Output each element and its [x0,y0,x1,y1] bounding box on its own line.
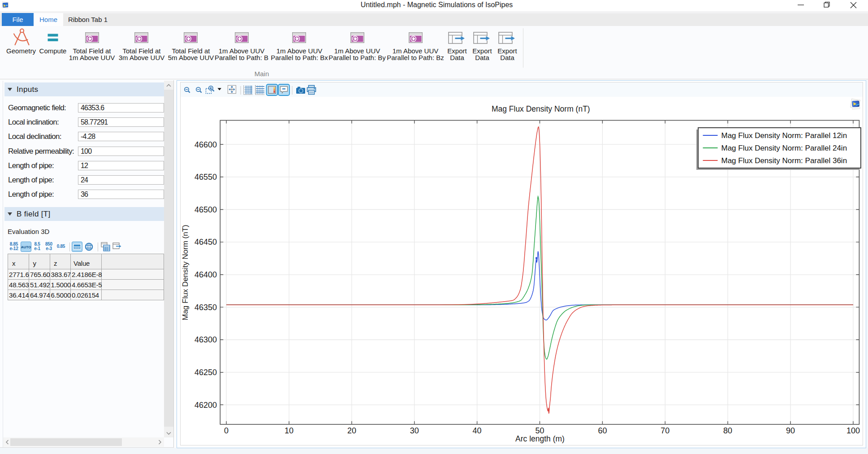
svg-text:46250: 46250 [194,368,217,377]
svg-text:46300: 46300 [194,335,217,344]
svg-text:Arc length (m): Arc length (m) [515,434,565,443]
svg-text:46200: 46200 [194,401,217,410]
svg-text:70: 70 [661,426,669,435]
svg-text:46550: 46550 [194,173,217,182]
svg-text:46600: 46600 [194,140,217,149]
svg-text:10: 10 [285,426,294,435]
svg-text:46400: 46400 [194,270,217,279]
svg-text:90: 90 [786,426,795,435]
svg-text:Mag Flux Density Norm: Paralle: Mag Flux Density Norm: Parallel 12in [721,131,847,140]
svg-text:46450: 46450 [194,238,217,246]
svg-text:Mag Flux Density Norm: Paralle: Mag Flux Density Norm: Parallel 24in [721,144,847,152]
svg-text:80: 80 [723,426,732,435]
svg-text:50: 50 [535,426,544,435]
svg-text:30: 30 [410,426,419,435]
svg-text:100: 100 [846,426,860,435]
svg-text:Mag Flux Density Norm (nT): Mag Flux Density Norm (nT) [181,225,190,320]
svg-text:0: 0 [224,426,229,435]
svg-text:40: 40 [473,426,482,435]
svg-text:60: 60 [598,426,607,435]
svg-text:46350: 46350 [194,303,217,312]
svg-text:Mag Flux Density Norm: Paralle: Mag Flux Density Norm: Parallel 36in [721,156,847,165]
svg-text:46500: 46500 [194,205,217,214]
svg-text:20: 20 [347,426,356,435]
svg-text:Mag Flux Density Norm (nT): Mag Flux Density Norm (nT) [492,104,590,113]
